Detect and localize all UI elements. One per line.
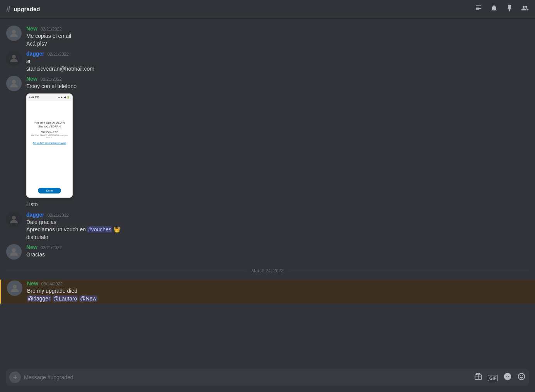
svg-point-5 <box>13 285 17 288</box>
date-divider: March 24, 2022 <box>0 262 535 280</box>
username-new: New <box>26 244 37 250</box>
channel-name: upgraded <box>14 6 40 12</box>
user-mention-new[interactable]: @New <box>79 295 97 302</box>
message-input-box: + GIF <box>6 369 529 386</box>
username-new: New <box>27 280 38 287</box>
username-new: New <box>26 25 37 32</box>
message-group: dagger 02/21/2022 Dale gracias Apreciamo… <box>0 211 535 242</box>
message-group: New 02/21/2022 Estoy con el telefono 4:4… <box>0 75 535 209</box>
message-group: New 02/21/2022 Me copias el email Acá pl… <box>0 25 535 48</box>
message-text: Acá pls? <box>26 40 529 48</box>
date-line-left <box>6 271 247 271</box>
channel-header: # upgraded <box>0 0 535 19</box>
username-dagger: dagger <box>26 212 44 218</box>
input-action-icons: GIF <box>474 372 526 383</box>
message-content: New 02/21/2022 Me copias el email Acá pl… <box>26 25 529 48</box>
notification-icon[interactable] <box>490 4 498 14</box>
avatar <box>6 25 22 41</box>
message-group: New 02/21/2022 Gracias <box>0 243 535 260</box>
username-new: New <box>26 76 37 82</box>
message-content: New 02/21/2022 Gracias <box>26 244 529 260</box>
gift-icon[interactable] <box>474 372 482 383</box>
message-content: New 02/21/2022 Estoy con el telefono 4:4… <box>26 76 529 208</box>
svg-point-2 <box>12 80 16 84</box>
date-line-right <box>288 271 529 271</box>
avatar <box>6 51 22 66</box>
message-input-area: + GIF <box>0 369 535 392</box>
phone-done-button[interactable]: Done <box>38 188 61 193</box>
message-content: New 03/24/2022 Bro my upgrade died @dagg… <box>27 280 529 302</box>
message-content: dagger 02/21/2022 Dale gracias Apreciamo… <box>26 212 529 241</box>
message-text: Gracias <box>26 251 529 259</box>
phone-status-bar: 4:47 PM ▲▲ ◀ 🔋 <box>27 94 72 101</box>
timestamp: 03/24/2022 <box>41 282 63 286</box>
message-header: New 02/21/2022 <box>26 25 529 32</box>
message-header: dagger 02/21/2022 <box>26 212 529 218</box>
pinned-icon[interactable] <box>506 4 513 14</box>
svg-point-3 <box>12 216 16 220</box>
message-content: dagger 02/21/2022 si stancicvedran@hotma… <box>26 51 529 73</box>
message-text: Estoy con el telefono <box>26 83 529 90</box>
phone-content: You sent $10.00 USD to Stančič VEDRAN *N… <box>27 94 72 197</box>
message-text: si <box>26 58 529 65</box>
svg-point-0 <box>12 30 16 34</box>
channel-mention[interactable]: #vouches <box>87 226 112 232</box>
hash-icon: # <box>6 5 10 14</box>
channel-title-group: # upgraded <box>6 5 40 14</box>
phone-screenshot-image: 4:47 PM ▲▲ ◀ 🔋 You sent $10.00 USD to St… <box>26 93 73 198</box>
phone-signal: ▲▲ ◀ 🔋 <box>58 96 70 99</box>
message-text: Bro my upgrade died <box>27 287 529 295</box>
message-input[interactable] <box>24 374 471 380</box>
add-attachment-button[interactable]: + <box>9 372 21 383</box>
emoji-icon[interactable] <box>517 372 526 383</box>
message-group-highlighted: New 03/24/2022 Bro my upgrade died @dagg… <box>0 280 535 303</box>
members-icon[interactable] <box>521 4 529 14</box>
message-text: stancicvedran@hotmail.com <box>26 65 529 73</box>
message-header: New 03/24/2022 <box>27 280 529 287</box>
messages-area: New 02/21/2022 Me copias el email Acá pl… <box>0 19 535 369</box>
svg-point-4 <box>12 248 16 252</box>
user-mention-lautaro[interactable]: @Lautaro <box>53 295 78 302</box>
message-text: Dale gracias <box>26 219 529 226</box>
avatar <box>6 76 22 91</box>
message-text: Me copias el email <box>26 32 529 40</box>
sticker-icon[interactable] <box>503 372 512 383</box>
threads-icon[interactable] <box>475 4 482 14</box>
timestamp: 02/21/2022 <box>41 77 62 81</box>
header-action-icons <box>475 4 529 14</box>
username-dagger: dagger <box>26 51 44 57</box>
timestamp: 02/21/2022 <box>41 245 62 250</box>
phone-sent-text: You sent $10.00 USD to Stančič VEDRAN <box>30 121 69 129</box>
message-text: Listo <box>26 201 529 209</box>
svg-point-1 <box>12 55 16 59</box>
date-divider-text: March 24, 2022 <box>251 268 283 273</box>
gif-icon[interactable]: GIF <box>488 373 498 382</box>
message-group: dagger 02/21/2022 si stancicvedran@hotma… <box>0 50 535 73</box>
phone-time: 4:47 PM <box>29 96 39 98</box>
message-mention-text: @dagger @Lautaro @New <box>27 295 529 303</box>
message-header: dagger 02/21/2022 <box>26 51 529 57</box>
message-text: Apreciamos un vouch en #vouches 👑 <box>26 226 529 234</box>
avatar <box>7 280 22 296</box>
timestamp: 02/21/2022 <box>41 27 62 31</box>
timestamp: 02/21/2022 <box>48 52 69 56</box>
avatar <box>6 244 22 260</box>
timestamp: 02/21/2022 <box>48 213 69 217</box>
phone-note: *New*2332 YP <box>41 131 58 133</box>
avatar <box>6 212 22 227</box>
phone-link[interactable]: Tell us how this transaction went <box>33 142 66 144</box>
message-header: New 02/21/2022 <box>26 76 529 82</box>
user-mention-dagger[interactable]: @dagger <box>27 295 51 302</box>
phone-sub: We'll let Stančič VEDRAN know you sent i… <box>30 134 69 139</box>
message-header: New 02/21/2022 <box>26 244 529 250</box>
message-text: disfrutalo <box>26 234 529 241</box>
